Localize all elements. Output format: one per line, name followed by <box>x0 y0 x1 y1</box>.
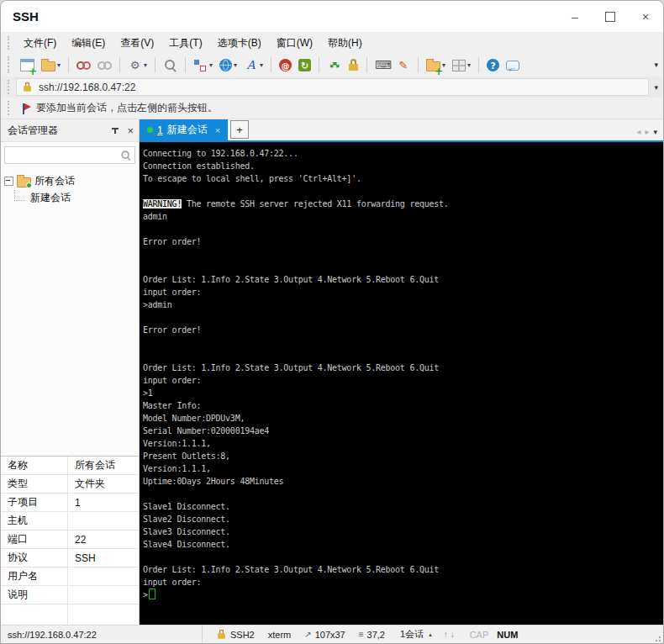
toolbar-separator <box>155 57 155 72</box>
search-input[interactable] <box>4 146 135 164</box>
app-window: SSH – × 文件(F)编辑(E)查看(V)工具(T)选项卡(B)窗口(W)帮… <box>0 0 664 644</box>
refresh-session-button[interactable] <box>296 56 314 73</box>
session-count-button[interactable]: 1会话 ▴ <box>400 628 432 641</box>
new-session-button[interactable] <box>18 56 37 73</box>
pin-icon[interactable] <box>110 125 120 135</box>
terminal[interactable]: Connecting to 192.168.0.47:22...Connecti… <box>140 142 663 625</box>
menu-item-0[interactable]: 文件(F) <box>16 37 64 49</box>
tree-collapse-icon[interactable] <box>4 177 13 186</box>
tab-session[interactable]: 1 新建会话 × <box>140 119 228 140</box>
address-dropdown-icon[interactable]: ▾ <box>654 83 658 92</box>
terminal-text: The remote SSH server rejected X11 forwa… <box>182 199 448 209</box>
session-properties-icon: ⚙ <box>128 58 142 72</box>
chevron-down-icon[interactable]: ▾ <box>144 61 147 69</box>
terminal-text: >admin <box>143 300 172 309</box>
terminal-line <box>143 248 663 261</box>
menu-item-2[interactable]: 查看(V) <box>113 37 161 49</box>
font-button[interactable]: ▾ <box>241 56 266 74</box>
property-label: 名称 <box>1 457 68 474</box>
plus-icon: + <box>236 124 243 136</box>
fullscreen-button[interactable] <box>324 56 344 74</box>
find-button[interactable] <box>161 56 180 74</box>
highlight-pen-button[interactable] <box>393 56 413 74</box>
open-folder-button[interactable]: ▾ <box>39 56 63 73</box>
help-icon <box>487 59 499 71</box>
xmanager-icon <box>279 59 292 71</box>
status-protocol: SSH2 <box>216 627 255 641</box>
web-browser-icon <box>219 59 232 71</box>
prev-session-icon[interactable]: ↑ <box>444 630 448 639</box>
menu-item-1[interactable]: 编辑(E) <box>64 37 113 49</box>
terminal-text: Error order! <box>143 237 201 246</box>
terminal-text: Slave4 Disconnect. <box>143 540 230 549</box>
property-label: 类型 <box>1 475 68 493</box>
toolbar-grip <box>8 56 12 73</box>
chevron-down-icon[interactable]: ▾ <box>467 61 471 69</box>
toolbar-overflow-icon[interactable]: ▾ <box>654 61 658 69</box>
terminal-text: Version:1.1.1, <box>143 464 211 473</box>
web-browser-button[interactable]: ▾ <box>217 56 240 73</box>
window-controls: – × <box>557 1 663 32</box>
xmanager-button[interactable] <box>277 56 294 73</box>
terminal-text: Slave2 Disconnect. <box>143 515 230 524</box>
terminal-line: Slave3 Disconnect. <box>143 525 663 538</box>
main-area: 会话管理器 × 所有会话 新建会话 名称所有会话类型文件夹子项目1主机端口22协… <box>1 119 663 625</box>
session-properties-button[interactable]: ⚙▾ <box>125 56 150 74</box>
connected-dot-icon <box>147 127 153 133</box>
minimize-button[interactable]: – <box>557 1 593 32</box>
close-button[interactable]: × <box>628 1 663 32</box>
virtual-keyboard-button[interactable] <box>372 56 392 74</box>
terminal-text: Uptime:0Days 2Hours 48Minutes <box>143 477 283 486</box>
menu-item-5[interactable]: 窗口(W) <box>269 37 320 49</box>
tab-scroll-right-icon[interactable]: ▸ <box>645 127 649 136</box>
tile-layout-icon <box>452 60 466 71</box>
terminal-line <box>143 336 663 349</box>
tab-list-dropdown-icon[interactable]: ▾ <box>653 128 657 136</box>
tile-layout-button[interactable]: ▾ <box>450 56 473 73</box>
tab-scroll-left-icon[interactable]: ◂ <box>636 127 640 136</box>
resize-grip[interactable] <box>652 633 661 641</box>
terminal-line: >admin <box>143 298 663 311</box>
property-label: 说明 <box>1 586 68 604</box>
help-button[interactable] <box>484 56 502 73</box>
terminal-text: Present Outlets:8, <box>143 451 230 461</box>
disconnect-button[interactable] <box>74 56 93 74</box>
tab-scroll-controls: ◂ ▸ ▾ <box>636 127 657 136</box>
new-tab-button[interactable]: + <box>230 120 249 139</box>
menu-item-3[interactable]: 工具(T) <box>161 37 209 49</box>
terminal-line <box>143 349 663 362</box>
feedback-button[interactable] <box>503 57 522 72</box>
tree-root-item[interactable]: 所有会话 <box>4 172 135 189</box>
menu-item-6[interactable]: 帮助(H) <box>320 37 370 49</box>
open-folder-icon <box>41 61 55 71</box>
terminal-text: Master Info: <box>143 401 201 410</box>
reconnect-button[interactable] <box>95 56 114 74</box>
chevron-down-icon[interactable]: ▾ <box>234 61 237 69</box>
lock-screen-icon <box>348 58 359 72</box>
next-session-icon[interactable]: ↓ <box>451 630 455 639</box>
status-bar: ssh://192.168.0.47:22 SSH2 xterm ↗ 107x3… <box>1 625 663 643</box>
compose-button[interactable]: ▾ <box>191 56 215 74</box>
lock-icon <box>23 82 31 93</box>
find-icon <box>163 58 177 72</box>
tree-child-item[interactable]: 新建会话 <box>4 189 135 206</box>
chevron-down-icon[interactable]: ▾ <box>260 61 263 69</box>
window-title: SSH <box>13 9 39 24</box>
chevron-down-icon[interactable]: ▾ <box>209 61 213 69</box>
close-icon: × <box>642 10 649 24</box>
terminal-text: > <box>143 590 148 599</box>
num-lock-indicator: NUM <box>497 630 518 640</box>
lock-screen-button[interactable] <box>345 56 361 74</box>
maximize-button[interactable] <box>593 1 628 32</box>
chevron-down-icon[interactable]: ▾ <box>57 61 61 69</box>
menu-item-4[interactable]: 选项卡(B) <box>210 37 269 49</box>
terminal-text: >1 <box>143 388 153 398</box>
terminal-line: > <box>143 589 663 601</box>
terminal-line: Version:1.1.1, <box>143 437 663 450</box>
toolbar-separator <box>366 57 367 72</box>
panel-close-icon[interactable]: × <box>127 124 134 137</box>
address-input[interactable]: ssh://192.168.0.47:22 <box>16 78 649 96</box>
tab-bar: 1 新建会话 × + ◂ ▸ ▾ <box>140 119 663 140</box>
tab-close-icon[interactable]: × <box>215 125 220 135</box>
new-file-transfer-button[interactable]: ▾ <box>424 56 448 73</box>
